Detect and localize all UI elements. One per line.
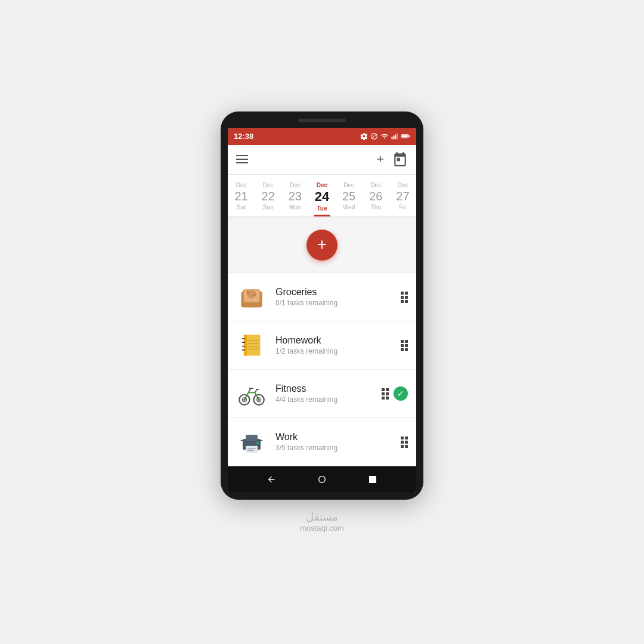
task-title: Work — [275, 432, 392, 442]
list-view-icon[interactable] — [401, 292, 408, 303]
day-month: Dec — [370, 182, 381, 188]
calendar-button[interactable] — [392, 151, 408, 167]
task-info: Groceries 0/1 tasks remaining — [275, 287, 392, 307]
task-info: Work 3/5 tasks remaining — [275, 432, 392, 452]
day-col-wed[interactable]: Dec 25 Wed — [337, 179, 361, 216]
task-icon-wrap — [236, 281, 267, 312]
task-subtitle: 1/2 tasks remaining — [275, 347, 392, 355]
svg-rect-3 — [394, 136, 395, 140]
watermark-arabic: مستقل — [300, 510, 344, 524]
day-name: Thu — [371, 204, 381, 210]
day-name: Tue — [317, 205, 327, 212]
svg-rect-8 — [408, 135, 410, 137]
svg-rect-39 — [247, 448, 255, 449]
fab-add-button[interactable]: + — [306, 230, 338, 261]
wifi-icon — [380, 132, 389, 140]
day-month: Dec — [290, 182, 301, 188]
task-subtitle: 4/4 tasks remaining — [275, 395, 373, 404]
list-view-icon[interactable] — [382, 388, 389, 400]
task-item-homework[interactable]: Homework 1/2 tasks remaining — [228, 321, 416, 370]
task-item-fitness[interactable]: Fitness 4/4 tasks remaining ✓ — [228, 370, 416, 418]
battery-icon — [401, 132, 410, 140]
day-num: 27 — [396, 190, 409, 203]
watermark: مستقل mostaqi.com — [300, 510, 344, 532]
toast-svg-icon — [237, 283, 266, 311]
task-title: Groceries — [275, 287, 392, 298]
day-col-sat[interactable]: Dec 21 Sat — [230, 179, 253, 216]
task-actions: ✓ — [382, 386, 408, 401]
notebook-svg-icon — [237, 331, 266, 360]
checkmark-icon: ✓ — [397, 389, 404, 398]
svg-rect-43 — [259, 440, 262, 441]
blocked-icon — [370, 132, 378, 140]
svg-rect-42 — [241, 440, 244, 441]
task-subtitle: 3/5 tasks remaining — [275, 444, 392, 452]
day-num: 25 — [342, 190, 355, 203]
svg-point-14 — [253, 294, 256, 296]
add-button[interactable]: + — [376, 153, 384, 166]
nav-home-button[interactable] — [316, 473, 328, 485]
nav-back-button[interactable] — [265, 473, 277, 485]
svg-rect-5 — [397, 134, 398, 140]
svg-line-34 — [255, 390, 256, 392]
fab-area: + — [228, 218, 416, 273]
day-month: Dec — [236, 182, 247, 188]
bike-svg-icon — [236, 378, 267, 409]
task-info: Fitness 4/4 tasks remaining — [275, 383, 373, 404]
svg-rect-40 — [247, 450, 253, 451]
day-name: Fri — [400, 204, 407, 210]
task-actions — [401, 340, 408, 351]
task-title: Fitness — [275, 383, 373, 394]
day-name: Wed — [343, 204, 355, 210]
day-name: Mon — [289, 204, 301, 210]
task-list: Groceries 0/1 tasks remaining — [228, 273, 416, 466]
status-icons — [360, 132, 410, 140]
task-item-groceries[interactable]: Groceries 0/1 tasks remaining — [228, 273, 416, 321]
svg-rect-37 — [246, 435, 258, 441]
day-num: 23 — [289, 190, 302, 203]
svg-point-44 — [319, 476, 326, 483]
hamburger-menu-button[interactable] — [236, 155, 248, 163]
svg-rect-17 — [244, 335, 247, 355]
status-time: 12:38 — [234, 132, 253, 141]
list-view-icon[interactable] — [401, 340, 408, 351]
day-name: Sat — [237, 204, 246, 210]
day-col-fri[interactable]: Dec 27 Fri — [391, 179, 414, 216]
task-actions — [401, 292, 408, 303]
day-num: 26 — [369, 190, 382, 203]
day-month: Dec — [263, 182, 274, 188]
week-strip: Dec 21 Sat Dec 22 Sun Dec 23 Mon Dec 24 … — [228, 175, 416, 218]
svg-point-13 — [246, 291, 249, 294]
day-col-mon[interactable]: Dec 23 Mon — [283, 179, 307, 216]
task-item-work[interactable]: Work 3/5 tasks remaining — [228, 418, 416, 466]
day-name: Sun — [263, 204, 274, 210]
day-month: Dec — [317, 182, 327, 188]
task-actions — [401, 436, 408, 448]
list-view-icon[interactable] — [401, 436, 408, 448]
phone-speaker — [298, 119, 346, 122]
svg-point-41 — [256, 442, 259, 444]
day-month: Dec — [343, 182, 354, 188]
day-col-tue[interactable]: Dec 24 Tue — [310, 179, 334, 216]
day-col-sun[interactable]: Dec 22 Sun — [256, 179, 280, 216]
bottom-nav — [228, 466, 416, 493]
day-col-thu[interactable]: Dec 26 Thu — [364, 179, 388, 216]
printer-svg-icon — [237, 427, 267, 457]
toolbar-right: + — [376, 151, 408, 167]
day-num: 21 — [234, 190, 247, 203]
nav-recent-button[interactable] — [367, 473, 379, 485]
phone-screen: 12:38 — [228, 128, 416, 493]
svg-rect-38 — [246, 446, 258, 453]
day-month: Dec — [398, 182, 408, 188]
task-icon-wrap — [236, 330, 267, 361]
fab-plus-icon: + — [317, 236, 327, 253]
task-complete-badge[interactable]: ✓ — [394, 386, 408, 401]
svg-rect-7 — [401, 135, 407, 138]
task-info: Homework 1/2 tasks remaining — [275, 335, 392, 355]
toolbar: + — [228, 145, 416, 175]
task-title: Homework — [275, 335, 392, 346]
svg-rect-2 — [392, 137, 393, 140]
svg-line-1 — [372, 134, 377, 139]
page-wrapper: 12:38 — [0, 0, 644, 644]
watermark-latin: mostaqi.com — [300, 524, 344, 532]
